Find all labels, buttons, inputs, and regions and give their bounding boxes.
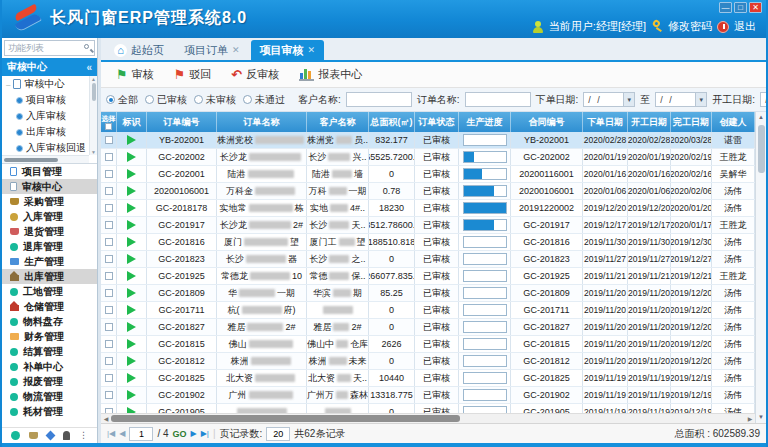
row-checkbox[interactable] (105, 357, 113, 365)
radio-option[interactable]: 未审核 (194, 93, 236, 107)
table-row[interactable]: GC-201925常德龙10常德保..266077.835..已审核GC-201… (101, 268, 755, 285)
page-number-input[interactable] (129, 427, 153, 441)
customer-name-input[interactable] (346, 92, 412, 107)
sidebar-item-inventory[interactable]: 物料盘存 (2, 314, 97, 329)
close-tab-icon[interactable]: ✕ (232, 40, 240, 60)
scroll-left-icon[interactable]: ◀ (101, 415, 111, 422)
table-row[interactable]: GC-201812株洲株洲未来0已审核GC-2018122019/11/2020… (101, 353, 755, 370)
order-date-end-dropdown-icon[interactable]: ▾ (695, 93, 706, 106)
tab-1[interactable]: ⌂起始页 (105, 40, 173, 60)
sidebar-item-scrap[interactable]: 报废管理 (2, 374, 97, 389)
sidebar-item-finance[interactable]: 财务管理 (2, 329, 97, 344)
grid-vertical-scrollbar[interactable]: ▲ ▼ (755, 112, 766, 423)
sidebar-item-stock-return[interactable]: 退库管理 (2, 239, 97, 254)
sidebar-item-logistics[interactable]: 物流管理 (2, 389, 97, 404)
column-header-8[interactable]: 生产进度 (459, 112, 511, 132)
vscroll-thumb[interactable] (758, 125, 765, 173)
table-row[interactable]: GC-2019050已审核GC-2019052019/11/192019/11/… (101, 404, 755, 413)
next-page-button[interactable]: ▶ (191, 429, 197, 438)
column-header-9[interactable]: 合同编号 (511, 112, 583, 132)
table-row[interactable]: GC-201827雅居2#雅居2#0已审核GC-2018272019/11/20… (101, 319, 755, 336)
radio-icon[interactable] (106, 95, 115, 104)
tab-3[interactable]: 项目审核✕ (251, 40, 325, 60)
sidebar-item-outbound[interactable]: 出库管理 (2, 269, 97, 284)
column-header-11[interactable]: 开工日期 (628, 112, 671, 132)
tree-node[interactable]: 出库审核 (2, 124, 89, 140)
tree-node[interactable]: 入库审核回退 (2, 140, 89, 155)
column-header-6[interactable]: 总面积(㎡) (369, 112, 415, 132)
column-header-12[interactable]: 完工日期 (671, 112, 712, 132)
radio-icon[interactable] (243, 95, 252, 104)
order-date-end-field[interactable]: / / ▾ (655, 92, 707, 107)
row-checkbox[interactable] (105, 187, 113, 195)
row-checkbox[interactable] (105, 306, 113, 314)
last-page-button[interactable]: ▶| (201, 429, 209, 438)
minimize-button[interactable]: — (719, 2, 732, 13)
close-tab-icon[interactable]: ✕ (308, 40, 316, 60)
sidebar-item-inbound[interactable]: 入库管理 (2, 209, 97, 224)
radio-option[interactable]: 已审核 (145, 93, 187, 107)
row-checkbox[interactable] (105, 272, 113, 280)
toolbar-button-chart[interactable]: 报表中心 (290, 65, 371, 84)
first-page-button[interactable]: |◀ (107, 429, 115, 438)
change-password-link[interactable]: 修改密码 (668, 19, 712, 34)
close-button[interactable]: ✕ (749, 2, 762, 13)
table-row[interactable]: GC-201902广州广州万森林13318.775已审核GC-201902201… (101, 387, 755, 404)
table-row[interactable]: GC-201917长沙龙2#长沙天..8512.78600..已审核GC-201… (101, 217, 755, 234)
radio-icon[interactable] (194, 95, 203, 104)
table-row[interactable]: GC-202002长沙龙长沙兴..65525.7200..已审核GC-20200… (101, 149, 755, 166)
sidebar-item-consumables[interactable]: 耗材管理 (2, 404, 97, 419)
row-checkbox[interactable] (105, 238, 113, 246)
toolbar-button-flag-green[interactable]: ⚑审核 (107, 65, 163, 84)
row-checkbox[interactable] (105, 170, 113, 178)
table-row[interactable]: GC-201823长沙器长沙之..0已审核GC-2018232019/11/27… (101, 251, 755, 268)
cart-icon[interactable] (29, 432, 38, 439)
tree-horizontal-scrollbar[interactable] (2, 155, 89, 163)
start-date-field[interactable]: / / ▾ (760, 92, 766, 107)
maximize-button[interactable]: □ (734, 2, 747, 13)
toolbar-button-flag-red[interactable]: ⚑驳回 (165, 65, 221, 84)
order-name-input[interactable] (465, 92, 531, 107)
radio-option[interactable]: 全部 (106, 93, 138, 107)
scroll-up-icon[interactable]: ▲ (758, 112, 764, 123)
collapse-icon[interactable]: « (86, 62, 92, 73)
sidebar-item-production[interactable]: 生产管理 (2, 254, 97, 269)
tab-2[interactable]: 项目订单✕ (175, 40, 249, 60)
grid-horizontal-scrollbar[interactable]: ◀ ▶ (101, 413, 755, 423)
sidebar-item-purchase[interactable]: 采购管理 (2, 194, 97, 209)
sidebar-item-site[interactable]: 工地管理 (2, 284, 97, 299)
hscroll-thumb[interactable] (111, 415, 460, 422)
sidebar-item-settlement[interactable]: 结算管理 (2, 344, 97, 359)
table-row[interactable]: GC-201816厦门望厦门工望188510.818已审核GC-20181620… (101, 234, 755, 251)
table-row[interactable]: GC-2018178实地常栋实地4#..18230已审核201912200022… (101, 200, 755, 217)
row-checkbox[interactable] (105, 221, 113, 229)
status-icon[interactable] (11, 431, 20, 440)
row-checkbox[interactable] (105, 289, 113, 297)
table-row[interactable]: 20200106001万科金万科一期0.78已审核202001060012020… (101, 183, 755, 200)
row-checkbox[interactable] (105, 391, 113, 399)
row-checkbox[interactable] (105, 323, 113, 331)
row-checkbox[interactable] (105, 340, 113, 348)
prev-page-button[interactable]: ◀ (119, 429, 125, 438)
table-row[interactable]: YB-202001株洲党校株洲党员..832.177已审核YB-20200120… (101, 132, 755, 149)
tree-node[interactable]: 入库审核 (2, 108, 89, 124)
sidebar-item-warehouse[interactable]: 仓储管理 (2, 299, 97, 314)
order-date-dropdown-icon[interactable]: ▾ (623, 93, 634, 106)
row-checkbox[interactable] (105, 136, 113, 144)
column-header-1[interactable]: 选择 (101, 112, 117, 132)
radio-option[interactable]: 未通过 (243, 93, 285, 107)
logout-link[interactable]: 退出 (734, 19, 756, 34)
radio-icon[interactable] (145, 95, 154, 104)
column-header-13[interactable]: 创建人 (712, 112, 755, 132)
tree-node[interactable]: 项目审核 (2, 92, 89, 108)
scroll-right-icon[interactable]: ▶ (745, 415, 755, 422)
order-date-field[interactable]: / / ▾ (583, 92, 635, 107)
table-row[interactable]: GC-201711杭(府)0已审核GC-2017112019/11/202019… (101, 302, 755, 319)
sidebar-item-audit-center[interactable]: 审核中心 (2, 179, 97, 194)
select-all-checkbox[interactable] (105, 123, 112, 130)
row-checkbox[interactable] (105, 153, 113, 161)
more-icon[interactable]: ⋮ (79, 431, 88, 440)
table-row[interactable]: GC-202001陆港陆港墙0已审核202001160012020/01/162… (101, 166, 755, 183)
row-checkbox[interactable] (105, 374, 113, 382)
toolbar-button-undo[interactable]: ↶反审核 (222, 65, 288, 84)
